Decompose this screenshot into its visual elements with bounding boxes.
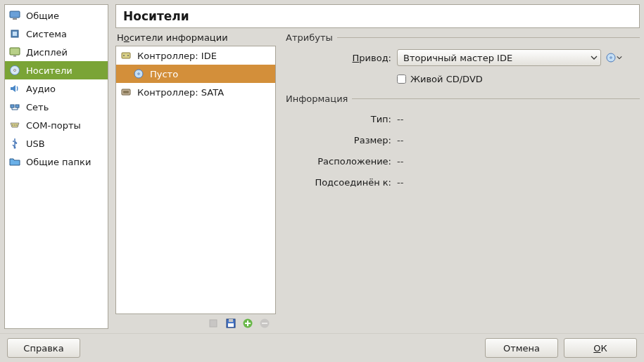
storage-tree-label: Носители информации (117, 32, 276, 43)
cancel-button[interactable]: Отмена (485, 338, 558, 358)
page-title: Носители (123, 9, 189, 23)
sidebar-item-display[interactable]: Дисплей (5, 43, 108, 61)
info-location-value: -- (397, 156, 403, 167)
sidebar-item-shared-folders[interactable]: Общие папки (5, 153, 108, 171)
net-icon (9, 101, 20, 112)
choose-disk-button[interactable] (605, 52, 622, 63)
chevron-down-icon (591, 54, 598, 61)
remove-attachment-button (259, 318, 270, 329)
info-label: Информация (286, 93, 348, 104)
page-title-bar: Носители (115, 4, 640, 28)
remove-controller-button[interactable] (225, 318, 236, 329)
monitor-icon (9, 10, 20, 21)
info-attached-label: Подсоединён к: (286, 177, 397, 188)
settings-sidebar: Общие Система Дисплей Носители Аудио Сет… (4, 4, 108, 329)
sidebar-item-storage[interactable]: Носители (5, 61, 108, 79)
audio-icon (9, 83, 20, 94)
ok-button[interactable]: ОК (564, 338, 637, 358)
display-icon (9, 46, 20, 58)
chip-icon (9, 28, 20, 39)
cd-icon (133, 68, 144, 79)
info-location-label: Расположение: (286, 156, 397, 167)
sidebar-item-serial[interactable]: COM-порты (5, 116, 108, 134)
storage-tree-toolbar (115, 314, 276, 329)
ide-icon (120, 50, 132, 61)
serial-icon (9, 119, 20, 131)
storage-tree[interactable]: Контроллер: IDE Пусто Контроллер: SATA (115, 46, 276, 314)
live-cd-checkbox[interactable]: Живой CD/DVD (397, 70, 640, 88)
sidebar-item-system[interactable]: Система (5, 25, 108, 43)
sidebar-item-network[interactable]: Сеть (5, 98, 108, 116)
live-cd-input[interactable] (397, 75, 406, 84)
tree-controller-ide[interactable]: Контроллер: IDE (116, 46, 275, 65)
info-size-value: -- (397, 135, 403, 146)
sata-icon (120, 86, 132, 98)
disc-icon (9, 65, 20, 76)
folder-icon (9, 156, 20, 167)
usb-icon (9, 138, 20, 149)
chevron-down-icon (617, 55, 622, 60)
add-attachment-button[interactable] (242, 318, 253, 329)
drive-label: Привод: (286, 53, 397, 63)
drive-combo[interactable]: Вторичный мастер IDE (397, 49, 601, 66)
tree-controller-sata[interactable]: Контроллер: SATA (116, 83, 275, 101)
cd-icon (605, 52, 617, 63)
help-button[interactable]: Справка (7, 338, 80, 358)
attributes-label: Атрибуты (286, 32, 333, 43)
sidebar-item-usb[interactable]: USB (5, 134, 108, 153)
add-controller-button (208, 318, 220, 329)
tree-item-empty[interactable]: Пусто (116, 65, 275, 83)
info-size-label: Размер: (286, 135, 397, 146)
info-attached-value: -- (397, 177, 403, 188)
sidebar-item-audio[interactable]: Аудио (5, 79, 108, 98)
info-type-value: -- (397, 114, 403, 124)
dialog-button-bar: Справка Отмена ОК (0, 333, 644, 362)
info-type-label: Тип: (286, 114, 397, 124)
sidebar-item-general[interactable]: Общие (5, 6, 108, 25)
